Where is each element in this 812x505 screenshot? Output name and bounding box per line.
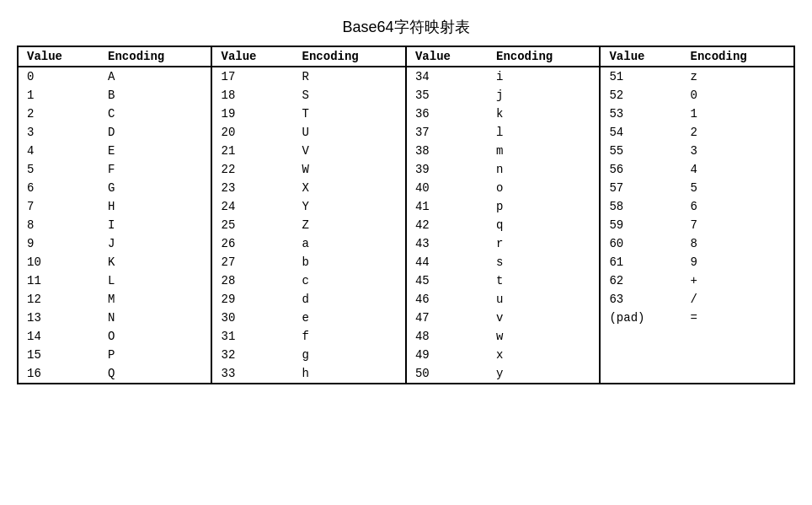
cell-enc-s1-r6: X <box>294 179 406 197</box>
cell-enc-s3-r8: 7 <box>682 216 795 234</box>
cell-enc-s0-r4: E <box>99 142 211 160</box>
table-row: 15P32g49x <box>18 346 794 364</box>
cell-value-s0-r2: 2 <box>18 105 99 123</box>
table-row: 4E21V38m553 <box>18 142 794 160</box>
cell-value-s2-r16: 50 <box>406 364 488 384</box>
cell-enc-s0-r9: J <box>99 234 211 253</box>
cell-value-s2-r10: 44 <box>406 253 488 271</box>
cell-value-s1-r9: 26 <box>211 234 293 253</box>
cell-enc-s0-r1: B <box>99 86 211 105</box>
cell-enc-s1-r4: V <box>294 142 406 160</box>
table-title: Base64字符映射表 <box>17 17 795 37</box>
cell-enc-s2-r7: p <box>488 197 600 216</box>
cell-enc-s1-r2: T <box>294 105 406 123</box>
cell-value-s1-r14: 31 <box>211 327 293 346</box>
cell-enc-s3-r0: z <box>682 67 795 86</box>
col-header-enc-1: Encoding <box>99 46 211 67</box>
cell-value-s2-r14: 48 <box>406 327 488 346</box>
cell-enc-s3-r2: 1 <box>682 105 795 123</box>
col-header-value-1: Value <box>18 46 99 67</box>
cell-value-s3-r9: 60 <box>600 234 681 253</box>
table-row: 8I25Z42q597 <box>18 216 794 234</box>
cell-value-s3-r8: 59 <box>600 216 681 234</box>
cell-enc-s2-r10: s <box>488 253 600 271</box>
cell-enc-s0-r8: I <box>99 216 211 234</box>
cell-enc-s1-r5: W <box>294 160 406 179</box>
cell-value-s1-r4: 21 <box>211 142 293 160</box>
table-row: 10K27b44s619 <box>18 253 794 271</box>
cell-enc-s3-r14 <box>682 327 795 346</box>
cell-enc-s0-r2: C <box>99 105 211 123</box>
header-row: Value Encoding Value Encoding Value Enco… <box>18 46 794 67</box>
cell-enc-s2-r15: x <box>488 346 600 364</box>
cell-value-s3-r16 <box>600 364 681 384</box>
cell-enc-s2-r16: y <box>488 364 600 384</box>
cell-enc-s0-r12: M <box>99 290 211 309</box>
col-header-enc-3: Encoding <box>488 46 600 67</box>
cell-value-s0-r12: 12 <box>18 290 99 309</box>
cell-enc-s2-r4: m <box>488 142 600 160</box>
table-row: 7H24Y41p586 <box>18 197 794 216</box>
cell-enc-s3-r11: + <box>682 271 795 290</box>
cell-enc-s3-r13: = <box>682 309 795 327</box>
table-row: 9J26a43r608 <box>18 234 794 253</box>
cell-value-s2-r3: 37 <box>406 123 488 142</box>
cell-value-s3-r6: 57 <box>600 179 681 197</box>
cell-enc-s2-r12: u <box>488 290 600 309</box>
cell-value-s0-r1: 1 <box>18 86 99 105</box>
cell-value-s3-r2: 53 <box>600 105 681 123</box>
cell-enc-s2-r2: k <box>488 105 600 123</box>
cell-enc-s0-r16: Q <box>99 364 211 384</box>
cell-value-s0-r8: 8 <box>18 216 99 234</box>
cell-enc-s3-r10: 9 <box>682 253 795 271</box>
cell-value-s2-r0: 34 <box>406 67 488 86</box>
cell-value-s0-r4: 4 <box>18 142 99 160</box>
cell-enc-s1-r1: S <box>294 86 406 105</box>
cell-enc-s1-r8: Z <box>294 216 406 234</box>
table-row: 0A17R34i51z <box>18 67 794 86</box>
cell-value-s2-r2: 36 <box>406 105 488 123</box>
cell-enc-s0-r3: D <box>99 123 211 142</box>
cell-enc-s3-r6: 5 <box>682 179 795 197</box>
cell-value-s1-r5: 22 <box>211 160 293 179</box>
cell-value-s1-r0: 17 <box>211 67 293 86</box>
table-row: 12M29d46u63/ <box>18 290 794 309</box>
cell-value-s1-r10: 27 <box>211 253 293 271</box>
cell-value-s1-r15: 32 <box>211 346 293 364</box>
cell-enc-s1-r0: R <box>294 67 406 86</box>
cell-value-s1-r1: 18 <box>211 86 293 105</box>
cell-enc-s0-r6: G <box>99 179 211 197</box>
cell-enc-s3-r1: 0 <box>682 86 795 105</box>
cell-value-s2-r15: 49 <box>406 346 488 364</box>
cell-enc-s3-r16 <box>682 364 795 384</box>
cell-enc-s2-r13: v <box>488 309 600 327</box>
cell-enc-s2-r9: r <box>488 234 600 253</box>
cell-value-s1-r2: 19 <box>211 105 293 123</box>
cell-value-s2-r9: 43 <box>406 234 488 253</box>
cell-enc-s3-r4: 3 <box>682 142 795 160</box>
table-row: 1B18S35j520 <box>18 86 794 105</box>
cell-value-s1-r12: 29 <box>211 290 293 309</box>
cell-enc-s2-r14: w <box>488 327 600 346</box>
cell-value-s0-r5: 5 <box>18 160 99 179</box>
table-row: 11L28c45t62+ <box>18 271 794 290</box>
cell-enc-s1-r10: b <box>294 253 406 271</box>
cell-value-s3-r4: 55 <box>600 142 681 160</box>
cell-enc-s1-r11: c <box>294 271 406 290</box>
cell-value-s2-r1: 35 <box>406 86 488 105</box>
cell-value-s0-r11: 11 <box>18 271 99 290</box>
cell-enc-s0-r13: N <box>99 309 211 327</box>
cell-enc-s3-r7: 6 <box>682 197 795 216</box>
table-row: 5F22W39n564 <box>18 160 794 179</box>
cell-enc-s1-r13: e <box>294 309 406 327</box>
cell-value-s1-r11: 28 <box>211 271 293 290</box>
cell-value-s3-r12: 63 <box>600 290 681 309</box>
cell-value-s1-r16: 33 <box>211 364 293 384</box>
cell-value-s3-r13: (pad) <box>600 309 681 327</box>
base64-table: Value Encoding Value Encoding Value Enco… <box>17 46 795 384</box>
cell-enc-s3-r3: 2 <box>682 123 795 142</box>
cell-enc-s3-r9: 8 <box>682 234 795 253</box>
col-header-enc-2: Encoding <box>294 46 406 67</box>
cell-value-s1-r7: 24 <box>211 197 293 216</box>
cell-enc-s3-r15 <box>682 346 795 364</box>
